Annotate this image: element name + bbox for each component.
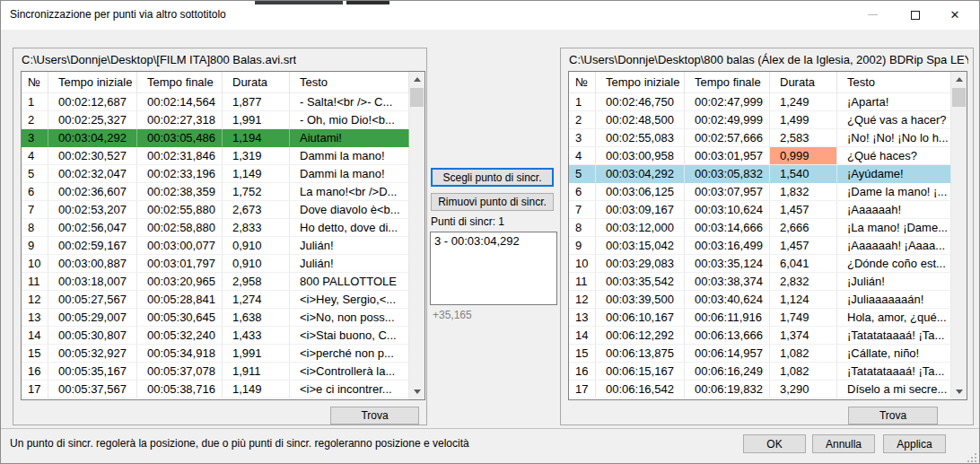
table-cell: Dove diavolo è<b... bbox=[290, 201, 409, 219]
table-cell: 2,832 bbox=[770, 273, 837, 291]
table-cell: 3 bbox=[569, 129, 596, 147]
table-row[interactable]: 500:02:32,04700:02:33,1961,149Dammi la m… bbox=[22, 165, 409, 183]
table-cell: 00:05:35,167 bbox=[48, 363, 137, 381]
footer-divider bbox=[1, 428, 979, 429]
sync-point-item[interactable]: 3 - 00:03:04,292 bbox=[431, 232, 556, 250]
column-header-number[interactable]: № bbox=[22, 72, 48, 93]
sync-points-count-label: Punti di sincr: 1 bbox=[431, 215, 504, 228]
maximize-button[interactable] bbox=[898, 1, 932, 29]
table-row[interactable]: 400:02:30,52700:02:31,8461,319Dammi la m… bbox=[22, 147, 409, 165]
sync-dialog-window: Sincronizzazione per punti via altro sot… bbox=[0, 0, 980, 464]
left-vertical-scrollbar[interactable] bbox=[409, 72, 424, 399]
table-row[interactable]: 100:02:46,75000:02:47,9991,249¡Aparta! bbox=[569, 93, 951, 111]
right-find-button[interactable]: Trova bbox=[848, 407, 938, 425]
column-header-text[interactable]: Testo bbox=[290, 72, 409, 93]
table-row[interactable]: 600:03:06,12500:03:07,9571,832¡Dame la m… bbox=[569, 183, 951, 201]
scroll-thumb[interactable] bbox=[410, 88, 424, 107]
choose-sync-point-button[interactable]: Scegli punto di sincr. bbox=[431, 168, 554, 187]
table-cell: Díselo a mi secre... bbox=[837, 381, 951, 398]
minimize-button[interactable] bbox=[855, 1, 889, 29]
scroll-thumb[interactable] bbox=[952, 88, 966, 107]
column-header-end-time[interactable]: Tempo finale bbox=[137, 72, 223, 93]
table-cell: 14 bbox=[22, 327, 48, 345]
table-row[interactable]: 800:02:56,04700:02:58,8802,833Ho detto, … bbox=[22, 219, 409, 237]
column-header-number[interactable]: № bbox=[569, 72, 596, 93]
table-row[interactable]: 1300:06:10,16700:06:11,9161,749Hola, amo… bbox=[569, 309, 951, 327]
table-cell: 00:02:53,207 bbox=[48, 201, 137, 219]
apply-button[interactable]: Applica bbox=[883, 434, 946, 453]
table-cell: 6,041 bbox=[770, 255, 837, 273]
table-cell: 17 bbox=[569, 381, 596, 398]
table-row[interactable]: 700:02:53,20700:02:55,8802,673Dove diavo… bbox=[22, 201, 409, 219]
table-cell: 00:03:38,374 bbox=[685, 273, 770, 291]
table-row[interactable]: 300:03:04,29200:03:05,4861,194Aiutami! bbox=[22, 129, 409, 147]
table-row[interactable]: 1600:06:15,16700:06:16,2491,082¡Tatatata… bbox=[569, 363, 951, 381]
remove-sync-point-button[interactable]: Rimuovi punto di sincr. bbox=[431, 193, 554, 211]
table-row[interactable]: 1200:03:39,50000:03:40,6241,124¡Juliaaaa… bbox=[569, 291, 951, 309]
table-row[interactable]: 700:03:09,16700:03:10,6241,457¡Aaaaaah! bbox=[569, 201, 951, 219]
table-cell: 00:03:09,167 bbox=[596, 201, 685, 219]
table-row[interactable]: 600:02:36,60700:02:38,3591,752La mano!<b… bbox=[22, 183, 409, 201]
table-row[interactable]: 200:02:48,50000:02:49,9991,499¿Qué vas a… bbox=[569, 111, 951, 129]
table-cell: 00:03:00,887 bbox=[48, 255, 137, 273]
table-row[interactable]: 1600:05:35,16700:05:37,0781,911<i>Contro… bbox=[22, 363, 409, 381]
table-cell: 00:06:16,542 bbox=[596, 381, 685, 398]
ok-button[interactable]: OK bbox=[743, 434, 806, 453]
table-row[interactable]: 800:03:12,00000:03:14,6662,666¡La mano! … bbox=[569, 219, 951, 237]
table-row[interactable]: 1000:03:29,08300:03:35,1246,041¿Dónde co… bbox=[569, 255, 951, 273]
column-header-text[interactable]: Testo bbox=[837, 72, 951, 93]
table-row[interactable]: 1300:05:29,00700:05:30,6451,638<i>No, no… bbox=[22, 309, 409, 327]
table-row[interactable]: 1500:06:13,87500:06:14,9571,082¡Cállate,… bbox=[569, 345, 951, 363]
table-cell: 1 bbox=[569, 93, 596, 111]
table-row[interactable]: 1100:03:18,00700:03:20,9652,958800 PALLO… bbox=[22, 273, 409, 291]
table-row[interactable]: 1700:06:16,54200:06:19,8323,290Díselo a … bbox=[569, 381, 951, 398]
table-cell: 6 bbox=[569, 183, 596, 201]
table-cell: 00:03:01,797 bbox=[137, 255, 223, 273]
table-cell: 00:02:46,750 bbox=[596, 93, 685, 111]
table-cell: 00:05:34,918 bbox=[137, 345, 223, 363]
column-header-duration[interactable]: Durata bbox=[770, 72, 837, 93]
right-subtitle-group: C:\Users\Donnje\Desktop\800 balas (Álex … bbox=[560, 48, 974, 425]
table-row[interactable]: 1400:06:12,29200:06:13,6661,374¡Tatatata… bbox=[569, 327, 951, 345]
table-row[interactable]: 300:02:55,08300:02:57,6662,583¡No! ¡No! … bbox=[569, 129, 951, 147]
table-row[interactable]: 1400:05:30,80700:05:32,2401,433<i>Stai b… bbox=[22, 327, 409, 345]
table-cell: 4 bbox=[22, 147, 48, 165]
table-row[interactable]: 1100:03:35,54200:03:38,3742,832¡Julián! bbox=[569, 273, 951, 291]
table-row[interactable]: 500:03:04,29200:03:05,8321,540¡Ayúdame! bbox=[569, 165, 951, 183]
column-header-start-time[interactable]: Tempo iniziale bbox=[596, 72, 685, 93]
cancel-button[interactable]: Annulla bbox=[812, 434, 875, 453]
scroll-up-button[interactable] bbox=[951, 72, 967, 87]
table-row[interactable]: 1200:05:27,56700:05:28,8411,274<i>Hey, S… bbox=[22, 291, 409, 309]
scroll-up-button[interactable] bbox=[409, 72, 424, 87]
scroll-down-button[interactable] bbox=[951, 384, 967, 399]
table-cell: 6 bbox=[22, 183, 48, 201]
table-cell: 00:02:33,196 bbox=[137, 165, 223, 183]
left-file-path-label: C:\Users\Donnje\Desktop\[FILM ITA]800 Ba… bbox=[22, 53, 296, 66]
table-row[interactable]: 400:03:00,95800:03:01,9570,999¿Qué haces… bbox=[569, 147, 951, 165]
resize-grip[interactable] bbox=[967, 452, 977, 463]
table-row[interactable]: 1500:05:32,92700:05:34,9181,991<i>perché… bbox=[22, 345, 409, 363]
table-row[interactable]: 1000:03:00,88700:03:01,7970,910Julián! bbox=[22, 255, 409, 273]
triangle-down-icon bbox=[414, 390, 421, 394]
column-header-start-time[interactable]: Tempo iniziale bbox=[48, 72, 137, 93]
table-row[interactable]: 200:02:25,32700:02:27,3181,991- Oh, mio … bbox=[22, 111, 409, 129]
column-header-end-time[interactable]: Tempo finale bbox=[685, 72, 770, 93]
table-cell: 00:05:38,716 bbox=[137, 381, 223, 398]
table-row[interactable]: 1700:05:37,56700:05:38,7161,149<i>e ci i… bbox=[22, 381, 409, 398]
table-row[interactable]: 900:02:59,16700:03:00,0770,910Julián! bbox=[22, 237, 409, 255]
table-cell: 8 bbox=[569, 219, 596, 237]
table-cell: <i>Stai buono, C... bbox=[290, 327, 409, 345]
right-vertical-scrollbar[interactable] bbox=[951, 72, 967, 399]
table-row[interactable]: 100:02:12,68700:02:14,5641,877- Salta!<b… bbox=[22, 93, 409, 111]
table-cell: 00:02:27,318 bbox=[137, 111, 223, 129]
scroll-down-button[interactable] bbox=[409, 384, 424, 399]
left-find-button[interactable]: Trova bbox=[330, 407, 419, 425]
close-button[interactable]: ✕ bbox=[938, 1, 972, 29]
maximize-icon bbox=[911, 11, 920, 20]
table-cell: 00:06:14,957 bbox=[685, 345, 770, 363]
left-table-header: № Tempo iniziale Tempo finale Durata Tes… bbox=[22, 72, 424, 93]
column-header-duration[interactable]: Durata bbox=[223, 72, 290, 93]
table-row[interactable]: 900:03:15,04200:03:16,4991,457¡Aaaaaah! … bbox=[569, 237, 951, 255]
right-subtitle-table: № Tempo iniziale Tempo finale Durata Tes… bbox=[568, 71, 967, 400]
sync-points-listbox[interactable]: 3 - 00:03:04,292 bbox=[430, 232, 557, 305]
